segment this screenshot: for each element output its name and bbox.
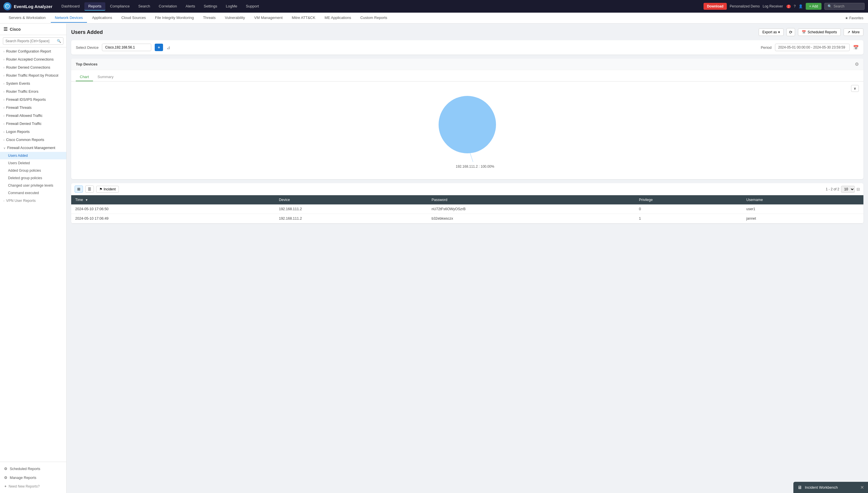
log-receiver-link[interactable]: Log Receiver bbox=[763, 4, 783, 8]
sidebar-item-firewall-threats[interactable]: › Firewall Threats bbox=[0, 104, 66, 112]
scheduled-reports-link[interactable]: ⚙ Scheduled Reports bbox=[0, 464, 66, 473]
sidebar-item-system-events[interactable]: › System Events bbox=[0, 80, 66, 88]
subnav-network[interactable]: Network Devices bbox=[51, 13, 87, 23]
sidebar-item-router-denied[interactable]: › Router Denied Connections bbox=[0, 63, 66, 71]
subnav-applications[interactable]: Applications bbox=[88, 13, 116, 23]
sidebar-search-input[interactable] bbox=[3, 37, 63, 45]
chevron-right-icon: › bbox=[3, 90, 4, 93]
subnav-fim[interactable]: File Integrity Monitoring bbox=[151, 13, 198, 23]
sidebar-item-vpn[interactable]: › VPN User Reports bbox=[0, 197, 66, 205]
col-password: Password bbox=[427, 195, 635, 205]
subnav-mitre[interactable]: Mitre ATT&CK bbox=[288, 13, 319, 23]
nav-settings[interactable]: Settings bbox=[200, 2, 221, 10]
sidebar-item-logon-reports[interactable]: › Logon Reports bbox=[0, 128, 66, 136]
subnav-cloud[interactable]: Cloud Sources bbox=[117, 13, 150, 23]
sidebar-item-firewall-allowed[interactable]: › Firewall Allowed Traffic bbox=[0, 112, 66, 120]
chart-expand-button[interactable]: ∨ bbox=[851, 85, 859, 92]
chart-settings-icon[interactable]: ⚙ bbox=[855, 61, 859, 67]
sidebar-item-router-traffic[interactable]: › Router Traffic Report by Protocol bbox=[0, 71, 66, 80]
period-input[interactable] bbox=[775, 44, 850, 51]
nav-logme[interactable]: LogMe bbox=[222, 2, 241, 10]
subnav-vm[interactable]: VM Management bbox=[250, 13, 287, 23]
sidebar-item-cisco-common[interactable]: › Cisco Common Reports bbox=[0, 136, 66, 144]
workbench-label: Incident Workbench bbox=[805, 485, 838, 490]
sidebar-item-router-errors[interactable]: › Router Traffic Errors bbox=[0, 88, 66, 95]
clock-icon: ⚙ bbox=[4, 467, 7, 471]
personalized-demo-link[interactable]: Personalized Demo bbox=[730, 4, 760, 8]
top-navigation: Dashboard Reports Compliance Search Corr… bbox=[58, 2, 701, 10]
subnav-servers[interactable]: Servers & Workstation bbox=[5, 13, 50, 23]
sidebar-item-firewall-denied[interactable]: › Firewall Denied Traffic bbox=[0, 120, 66, 128]
add-button[interactable]: + Add bbox=[806, 3, 822, 10]
nav-support[interactable]: Support bbox=[242, 2, 263, 10]
incident-icon: ⚑ bbox=[99, 187, 103, 191]
nav-compliance[interactable]: Compliance bbox=[106, 2, 134, 10]
pie-label-line bbox=[470, 153, 473, 162]
global-search[interactable]: 🔍 Search bbox=[824, 3, 865, 10]
table-pagination: 1 - 2 of 2 10 ⊟ bbox=[826, 186, 860, 193]
cell-time-2: 2024-05-10 17:06:49 bbox=[71, 214, 275, 223]
subnav-custom[interactable]: Custom Reports bbox=[356, 13, 391, 23]
nav-reports[interactable]: Reports bbox=[84, 2, 106, 10]
filter-icon[interactable]: ⊿ bbox=[166, 45, 170, 50]
sidebar-item-router-accepted[interactable]: › Router Accepted Connections bbox=[0, 56, 66, 63]
favorites-button[interactable]: ★ Favorites bbox=[845, 16, 863, 20]
refresh-button[interactable]: ⟳ bbox=[786, 28, 795, 36]
cell-password-2: b32ebkwsczx bbox=[427, 214, 635, 223]
device-input[interactable] bbox=[102, 44, 151, 51]
scheduled-reports-button[interactable]: 📅 Scheduled Reports bbox=[798, 28, 841, 36]
sidebar-item-firewall-account[interactable]: ∨ Firewall Account Management bbox=[0, 144, 66, 152]
nav-correlation[interactable]: Correlation bbox=[155, 2, 181, 10]
sidebar-item-firewall-ids[interactable]: › Firewall IDS/IPS Reports bbox=[0, 95, 66, 104]
sidebar-footer: ⚙ Scheduled Reports ⚙ Manage Reports ✦ N… bbox=[0, 462, 66, 493]
export-button[interactable]: Export as ▾ bbox=[759, 28, 784, 36]
sidebar-subitem-command-executed[interactable]: Command executed bbox=[0, 189, 66, 197]
workbench-close-button[interactable]: ✕ bbox=[860, 485, 864, 490]
sidebar-subitem-users-added[interactable]: Users Added bbox=[0, 152, 66, 159]
chevron-right-icon: › bbox=[3, 66, 4, 69]
device-add-button[interactable]: + bbox=[155, 44, 163, 51]
sidebar-list: › Router Configuration Report › Router A… bbox=[0, 47, 66, 462]
table-header-row: Time ▼ Device Password Privilege Usernam… bbox=[71, 195, 863, 205]
tab-chart[interactable]: Chart bbox=[76, 73, 93, 81]
notification-badge[interactable]: 2 bbox=[786, 5, 791, 8]
incident-button[interactable]: ⚑ Incident bbox=[96, 186, 119, 193]
table-grid-view-button[interactable]: ⊞ bbox=[75, 186, 83, 193]
subnav-me-apps[interactable]: ME Applications bbox=[320, 13, 355, 23]
nav-search[interactable]: Search bbox=[134, 2, 154, 10]
per-page-select[interactable]: 10 bbox=[841, 186, 855, 193]
cell-username-2: jannet bbox=[742, 214, 863, 223]
table-list-view-button[interactable]: ☰ bbox=[85, 186, 94, 193]
device-label: Select Device bbox=[76, 45, 98, 50]
manage-icon: ⚙ bbox=[4, 475, 7, 480]
subnav-threats[interactable]: Threats bbox=[199, 13, 220, 23]
page-header-actions: Export as ▾ ⟳ 📅 Scheduled Reports ↗ More bbox=[759, 28, 863, 36]
expand-icon: ∨ bbox=[854, 86, 856, 90]
chevron-right-icon: › bbox=[3, 82, 4, 85]
tab-summary[interactable]: Summary bbox=[94, 73, 118, 81]
device-selector-bar: Select Device + ⊿ Period 📅 bbox=[71, 40, 863, 55]
help-link[interactable]: ? bbox=[794, 4, 796, 8]
more-button[interactable]: ↗ More bbox=[844, 28, 863, 36]
download-button[interactable]: Download bbox=[704, 3, 727, 10]
sidebar-subitem-changed-privilege[interactable]: Changed user privilege levels bbox=[0, 182, 66, 189]
sidebar-subitem-deleted-group[interactable]: Deleted group policies bbox=[0, 174, 66, 182]
nav-alerts[interactable]: Alerts bbox=[182, 2, 199, 10]
main-layout: ☰ Cisco 🔍 › Router Configuration Report … bbox=[0, 24, 868, 493]
collapse-icon[interactable]: ☰ bbox=[3, 26, 7, 32]
nav-dashboard[interactable]: Dashboard bbox=[58, 2, 84, 10]
user-icon[interactable]: 👤 bbox=[799, 4, 803, 8]
sidebar-header: ☰ Cisco bbox=[0, 24, 66, 35]
sidebar-subitem-added-group[interactable]: Added Group policies bbox=[0, 167, 66, 174]
sidebar-item-router-config[interactable]: › Router Configuration Report bbox=[0, 47, 66, 56]
calendar-icon[interactable]: 📅 bbox=[853, 45, 859, 50]
incident-workbench[interactable]: 🖥 Incident Workbench ✕ bbox=[793, 482, 868, 493]
manage-reports-link[interactable]: ⚙ Manage Reports bbox=[0, 473, 66, 482]
subnav-vulnerability[interactable]: Vulnerability bbox=[221, 13, 249, 23]
pie-chart-container: 192.168.111.2 : 100.00% bbox=[436, 93, 499, 169]
columns-icon[interactable]: ⊟ bbox=[856, 187, 860, 192]
workbench-icon: 🖥 bbox=[797, 485, 802, 490]
sidebar-subitem-users-deleted[interactable]: Users Deleted bbox=[0, 159, 66, 167]
chevron-right-icon: › bbox=[3, 58, 4, 61]
col-time[interactable]: Time ▼ bbox=[71, 195, 275, 205]
